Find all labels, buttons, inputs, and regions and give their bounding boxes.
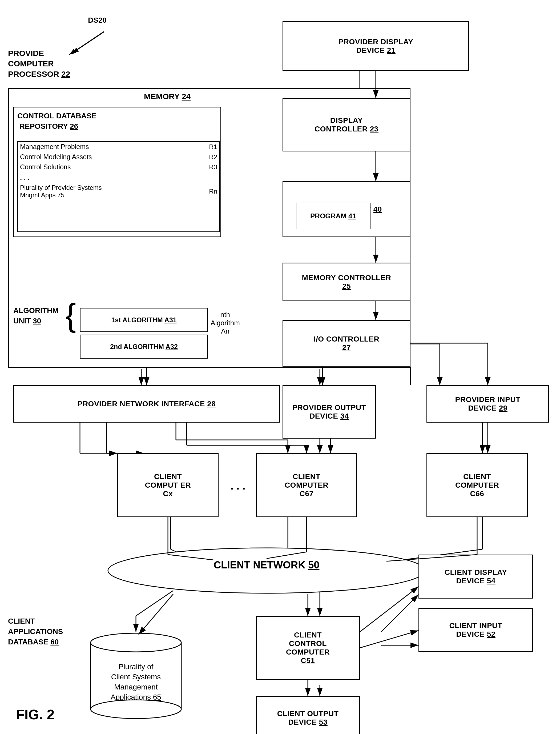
client-display-device-box: CLIENT DISPLAYDEVICE 54 [418, 555, 533, 599]
algorithm-nth-label: nthAlgorithmAn [211, 311, 240, 335]
svg-text:Applications 65: Applications 65 [111, 693, 161, 701]
table-row-r1: Management Problems R1 [18, 142, 219, 152]
client-computer-c67-box: CLIENTCOMPUTERC67 [256, 453, 357, 517]
svg-text:Management: Management [114, 683, 158, 691]
svg-line-64 [360, 631, 418, 648]
provide-computer-processor-label: PROVIDECOMPUTERPROCESSOR 22 [8, 48, 70, 79]
client-computer-c66-box: CLIENTCOMPUTERC66 [426, 453, 528, 517]
provider-output-device-box: PROVIDER OUTPUTDEVICE 34 [283, 385, 376, 439]
svg-line-2 [72, 32, 104, 53]
svg-text:CLIENT NETWORK 50: CLIENT NETWORK 50 [214, 559, 320, 571]
memory-controller-box: MEMORY CONTROLLER25 [283, 263, 410, 301]
provider-network-interface-box: PROVIDER NETWORK INTERFACE 28 [13, 385, 280, 423]
cdr-table: Management Problems R1 Control Modeling … [17, 141, 220, 232]
client-systems-cylinder: Plurality of Client Systems Management A… [88, 632, 184, 720]
svg-text:Plurality of: Plurality of [119, 663, 154, 671]
provider-input-device-box: PROVIDER INPUTDEVICE 29 [426, 385, 549, 423]
memory-label: MEMORY 24 [144, 92, 191, 101]
table-ellipsis: . . . [18, 172, 219, 183]
algorithm-1st-box: 1st ALGORITHM A31 [80, 308, 208, 332]
dots-cx-c67: . . . [231, 480, 245, 492]
svg-point-32 [91, 633, 181, 652]
table-row-rn: Plurality of Provider SystemsMngmt Apps … [18, 183, 219, 200]
provider-display-device-box: PROVIDER DISPLAYDEVICE 21 [283, 21, 469, 71]
table-row-r2: Control Modeling Assets R2 [18, 152, 219, 162]
client-control-computer-box: CLIENTCONTROLCOMPUTERC51 [256, 616, 360, 680]
client-output-device-box: CLIENT OUTPUTDEVICE 53 [256, 696, 360, 734]
svg-point-29 [108, 548, 425, 593]
ds20-label: DS20 [88, 16, 107, 25]
table-row-r3: Control Solutions R3 [18, 162, 219, 172]
svg-point-33 [91, 700, 181, 719]
client-applications-database-label: CLIENTAPPLICATIONSDATABASE 60 [8, 616, 63, 647]
client-network-ellipse: CLIENT NETWORK 50 [107, 547, 426, 595]
svg-text:Client Systems: Client Systems [111, 673, 161, 681]
cdr-label: CONTROL DATABASE REPOSITORY 26 [17, 111, 96, 131]
algorithm-unit-label: ALGORITHMUNIT 30 [13, 305, 59, 326]
client-input-device-box: CLIENT INPUTDEVICE 52 [418, 608, 533, 652]
svg-line-61 [139, 594, 173, 635]
svg-line-25 [381, 595, 418, 632]
io-controller-box: I/O CONTROLLER27 [283, 320, 410, 367]
program-box: PROGRAM 41 [296, 203, 370, 229]
algorithm-2nd-box: 2nd ALGORITHM A32 [80, 335, 208, 359]
algorithm-brace: { [65, 301, 76, 328]
client-computer-cx-box: CLIENTCOMPUT ERCx [117, 453, 219, 517]
display-controller-box: DISPLAYCONTROLLER 23 [283, 98, 410, 151]
fig-label: FIG. 2 [16, 707, 54, 723]
svg-line-39 [69, 31, 104, 55]
